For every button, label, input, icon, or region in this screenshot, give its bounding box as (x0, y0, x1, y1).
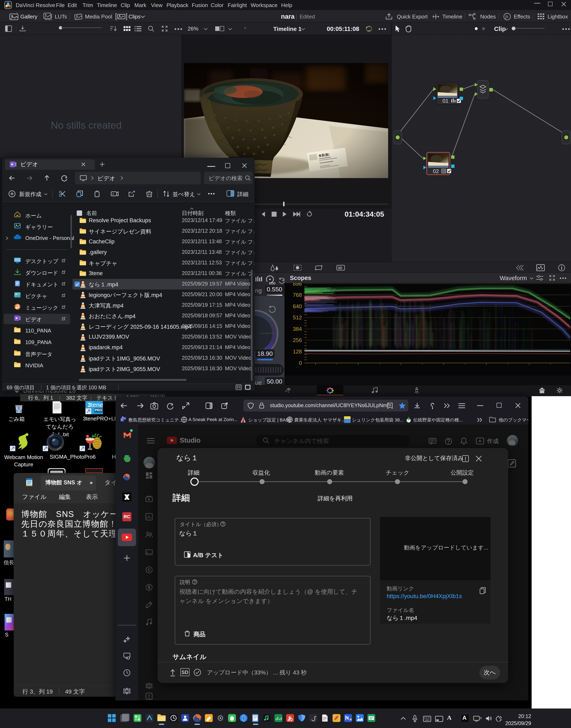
svg-text:A: A (112, 192, 114, 196)
svg-text:896: 896 (293, 283, 302, 287)
svg-text:0: 0 (299, 360, 302, 366)
svg-text:128: 128 (293, 348, 302, 355)
svg-text:02: 02 (433, 168, 439, 174)
svg-text:3D: 3D (338, 266, 342, 270)
svg-text:あ: あ (288, 715, 293, 722)
svg-text:512: 512 (293, 314, 302, 321)
svg-text:fx: fx (505, 14, 508, 19)
svg-text:640: 640 (293, 303, 302, 309)
svg-text:LOG: LOG (269, 281, 275, 285)
svg-text:768: 768 (293, 292, 302, 298)
svg-text:384: 384 (293, 326, 302, 332)
svg-text:256: 256 (293, 337, 302, 343)
svg-text:01: 01 (442, 98, 448, 104)
svg-text:T: T (121, 419, 123, 422)
